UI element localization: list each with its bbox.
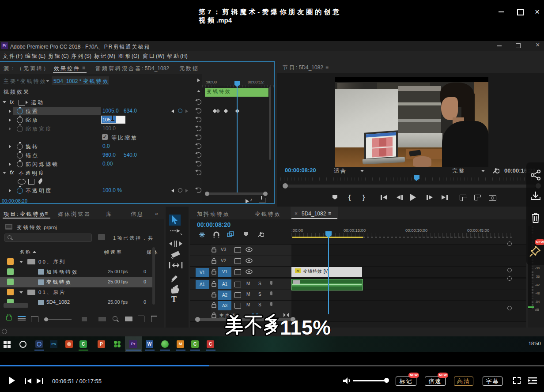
svg-text:115%: 115% <box>280 316 331 338</box>
